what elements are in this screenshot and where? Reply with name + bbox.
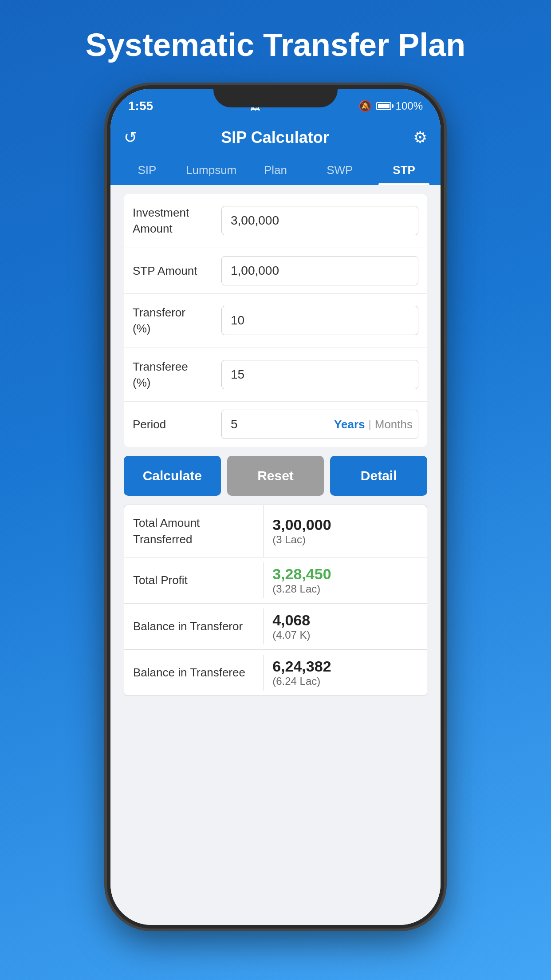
result-sub-3: (6.24 Lac) — [272, 675, 418, 688]
result-main-3: 6,24,382 — [272, 658, 418, 675]
status-time: 1:55 — [128, 99, 153, 113]
form-section: Investment Amount STP Amount — [124, 194, 427, 447]
app-header: ↺ SIP Calculator ⚙ — [110, 120, 441, 155]
result-row-1: Total Profit 3,28,450 (3.28 Lac) — [124, 557, 427, 604]
result-main-2: 4,068 — [272, 612, 418, 629]
tab-sip[interactable]: SIP — [115, 155, 179, 185]
calculate-button[interactable]: Calculate — [124, 456, 221, 496]
stp-amount-row: STP Amount — [124, 248, 427, 294]
app-title: SIP Calculator — [221, 128, 329, 147]
transferee-input[interactable] — [221, 360, 418, 389]
result-sub-1: (3.28 Lac) — [272, 583, 418, 595]
result-row-2: Balance in Transferor 4,068 (4.07 K) — [124, 604, 427, 650]
period-label: Period — [124, 406, 213, 443]
result-row-0: Total Amount Transferred 3,00,000 (3 Lac… — [124, 505, 427, 557]
tab-swp[interactable]: SWP — [307, 155, 372, 185]
result-label-0: Total Amount Transferred — [124, 505, 264, 557]
mute-icon: 🔕 — [358, 100, 372, 112]
years-option[interactable]: Years — [334, 418, 365, 431]
page-title: Systematic Transfer Plan — [86, 27, 465, 63]
result-sub-0: (3 Lac) — [272, 533, 418, 546]
phone-frame: 1:55 🖼 🔕 100% ↺ SIP Calculator ⚙ — [107, 85, 444, 929]
investment-amount-label: Investment Amount — [124, 194, 213, 248]
stp-amount-label: STP Amount — [124, 252, 213, 289]
result-label-3: Balance in Transferee — [124, 655, 264, 690]
tab-plan[interactable]: Plan — [244, 155, 308, 185]
tab-lumpsum[interactable]: Lumpsum — [179, 155, 244, 185]
detail-button[interactable]: Detail — [330, 456, 427, 496]
result-row-3: Balance in Transferee 6,24,382 (6.24 Lac… — [124, 650, 427, 695]
investment-amount-input[interactable] — [221, 206, 418, 235]
result-main-0: 3,00,000 — [272, 516, 418, 533]
result-label-1: Total Profit — [124, 562, 264, 598]
battery-percent: 100% — [396, 100, 423, 112]
months-option[interactable]: Months — [375, 418, 413, 431]
action-buttons: Calculate Reset Detail — [124, 456, 427, 496]
tab-bar: SIP Lumpsum Plan SWP STP — [110, 155, 441, 185]
period-input[interactable] — [222, 410, 257, 439]
period-divider: | — [369, 418, 371, 431]
phone-notch — [213, 85, 338, 107]
results-table: Total Amount Transferred 3,00,000 (3 Lac… — [124, 505, 427, 696]
investment-amount-row: Investment Amount — [124, 194, 427, 248]
result-label-2: Balance in Transferor — [124, 609, 264, 644]
stp-amount-input[interactable] — [221, 256, 418, 285]
settings-icon[interactable]: ⚙ — [413, 128, 427, 147]
battery-icon — [376, 102, 391, 110]
transferor-row: Transferor (%) — [124, 294, 427, 348]
transferor-label: Transferor (%) — [124, 294, 213, 348]
reset-button[interactable]: Reset — [227, 456, 324, 496]
history-icon[interactable]: ↺ — [124, 128, 137, 147]
tab-stp[interactable]: STP — [372, 155, 436, 185]
period-row: Period Years | Months — [124, 402, 427, 447]
main-content: Investment Amount STP Amount — [110, 185, 441, 925]
transferor-input[interactable] — [221, 306, 418, 335]
transferee-row: Transferee (%) — [124, 348, 427, 402]
transferee-label: Transferee (%) — [124, 348, 213, 402]
result-main-1: 3,28,450 — [272, 565, 418, 583]
result-sub-2: (4.07 K) — [272, 629, 418, 641]
